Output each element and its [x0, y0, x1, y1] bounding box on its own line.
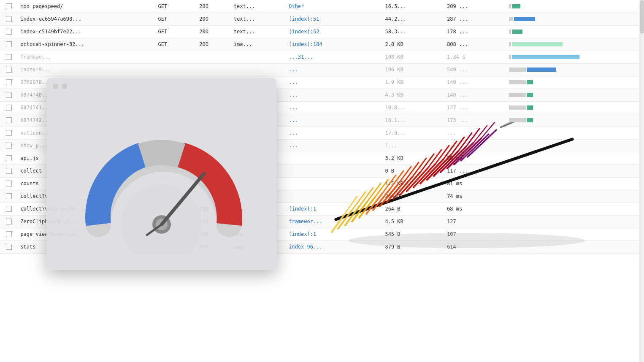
row-checkbox[interactable]	[0, 240, 18, 253]
row-time: 127 ...	[444, 101, 506, 114]
row-method: GET	[155, 0, 197, 13]
row-checkbox[interactable]	[0, 51, 18, 63]
row-checkbox[interactable]	[0, 139, 18, 152]
initiator-link[interactable]: (index):1	[289, 231, 316, 237]
waterfall-bar	[509, 78, 641, 86]
overlay-window	[46, 78, 276, 270]
row-waterfall	[506, 38, 644, 51]
row-time: 540 ...	[444, 63, 506, 76]
row-initiator[interactable]: (index):51	[286, 13, 382, 25]
svg-line-13	[373, 189, 390, 210]
row-checkbox[interactable]	[0, 127, 18, 139]
row-checkbox[interactable]	[0, 38, 18, 51]
row-status	[197, 51, 231, 63]
row-checkbox[interactable]	[0, 13, 18, 25]
row-size: 2.8 KB	[382, 38, 444, 51]
row-checkbox[interactable]	[0, 89, 18, 101]
row-type: text...	[231, 0, 286, 13]
row-checkbox[interactable]	[0, 76, 18, 89]
row-time: 140 ...	[444, 76, 506, 89]
row-checkbox[interactable]	[0, 203, 18, 215]
row-size: 16.5...	[382, 0, 444, 13]
row-initiator: ...31...	[286, 51, 382, 63]
table-row[interactable]: octocat-spinner-32... GET 200 ima... (in…	[0, 38, 644, 51]
row-name: index-c5149bf7e22...	[18, 25, 155, 38]
feather-svg	[323, 122, 610, 249]
row-checkbox[interactable]	[0, 177, 18, 190]
row-initiator[interactable]: (index):184	[286, 38, 382, 51]
titlebar-minimize-button[interactable]	[62, 84, 67, 89]
row-name: octocat-spinner-32...	[18, 38, 155, 51]
row-checkbox[interactable]	[0, 152, 18, 165]
row-status: 200	[197, 38, 231, 51]
row-waterfall	[506, 25, 644, 38]
svg-point-5	[349, 233, 585, 248]
scrollbar-thumb[interactable]	[640, 0, 644, 34]
row-type	[231, 51, 286, 63]
table-row[interactable]: mod_pagespeed/ GET 200 text... Other 16.…	[0, 0, 644, 13]
overlay-content	[46, 94, 276, 270]
row-time: 209 ...	[444, 0, 506, 13]
row-status	[197, 63, 231, 76]
overlay-titlebar	[46, 78, 276, 94]
row-time: 178 ...	[444, 25, 506, 38]
svg-line-50	[501, 122, 564, 127]
initiator-link[interactable]: framewor...	[289, 219, 322, 224]
row-status: 200	[197, 25, 231, 38]
waterfall-bar	[509, 53, 641, 61]
table-row[interactable]: framewo... ...31... 108 KB 1.34 s	[0, 51, 644, 63]
row-checkbox[interactable]	[0, 190, 18, 203]
row-name: framewo...	[18, 51, 155, 63]
row-time: 140 ...	[444, 89, 506, 101]
row-size: 4.3 KB	[382, 89, 444, 101]
table-row[interactable]: index-9... ... 106 KB 540 ...	[0, 63, 644, 76]
row-checkbox[interactable]	[0, 101, 18, 114]
row-checkbox[interactable]	[0, 25, 18, 38]
row-time: 808 ...	[444, 38, 506, 51]
row-size: 106 KB	[382, 63, 444, 76]
row-initiator: Other	[286, 0, 382, 13]
row-waterfall	[506, 76, 644, 89]
row-name: index-ec65947a698...	[18, 13, 155, 25]
waterfall-bar	[509, 91, 641, 99]
waterfall-bar	[509, 104, 641, 111]
row-size: 108 KB	[382, 51, 444, 63]
row-checkbox[interactable]	[0, 114, 18, 127]
row-status: 200	[197, 0, 231, 13]
row-method: GET	[155, 25, 197, 38]
row-method	[155, 63, 197, 76]
initiator-link[interactable]: (index):1	[289, 206, 316, 212]
table-row[interactable]: index-c5149bf7e22... GET 200 text... (in…	[0, 25, 644, 38]
row-type	[231, 63, 286, 76]
titlebar-close-button[interactable]	[53, 84, 58, 89]
initiator-link[interactable]: (index):184	[289, 41, 322, 47]
row-initiator[interactable]: (index):52	[286, 25, 382, 38]
row-checkbox[interactable]	[0, 165, 18, 177]
row-name: index-9...	[18, 63, 155, 76]
waterfall-bar	[509, 66, 641, 73]
row-checkbox[interactable]	[0, 215, 18, 228]
waterfall-bar	[509, 15, 641, 23]
initiator-link[interactable]: (index):52	[289, 29, 319, 35]
row-method	[155, 51, 197, 63]
row-initiator: ...	[286, 89, 382, 101]
row-checkbox[interactable]	[0, 228, 18, 240]
apache-feather	[323, 122, 610, 249]
row-time: 287 ...	[444, 13, 506, 25]
scrollbar[interactable]	[639, 0, 644, 362]
initiator-link[interactable]: (index):51	[289, 16, 319, 22]
row-initiator: ...	[286, 76, 382, 89]
row-size: 1.9 KB	[382, 76, 444, 89]
speedometer-graphic	[73, 111, 250, 254]
row-initiator: ...	[286, 101, 382, 114]
row-size: 58.3...	[382, 25, 444, 38]
row-checkbox[interactable]	[0, 0, 18, 13]
row-status: 200	[197, 13, 231, 25]
row-waterfall	[506, 101, 644, 114]
row-size: 10.8...	[382, 101, 444, 114]
row-waterfall	[506, 63, 644, 76]
table-row[interactable]: index-ec65947a698... GET 200 text... (in…	[0, 13, 644, 25]
row-initiator: ...	[286, 63, 382, 76]
row-waterfall	[506, 0, 644, 13]
row-checkbox[interactable]	[0, 63, 18, 76]
